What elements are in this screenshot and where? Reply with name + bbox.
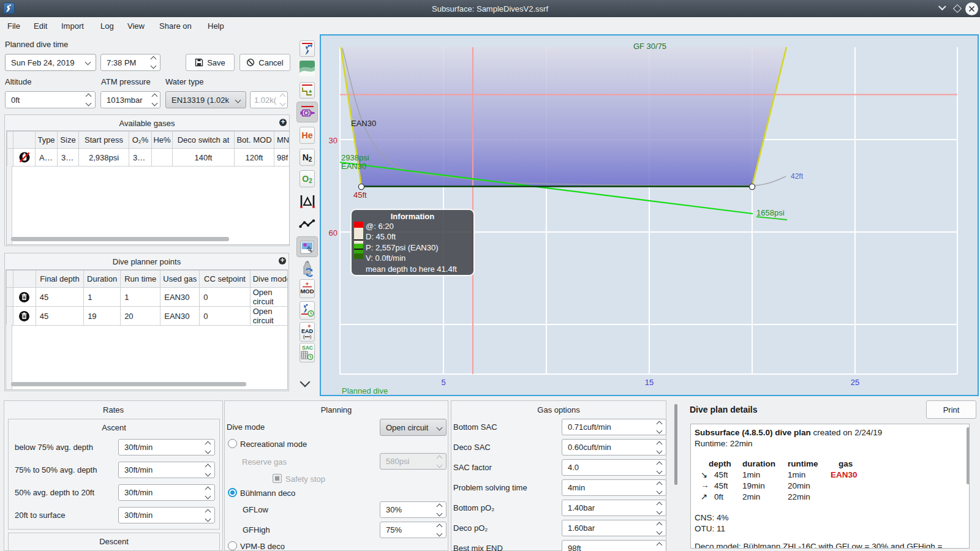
svg-text:60: 60 (329, 228, 337, 238)
svg-text:25: 25 (851, 378, 859, 387)
svg-text:Planned dive: Planned dive (342, 386, 388, 395)
svg-text:45ft: 45ft (353, 190, 367, 200)
svg-text:42ft: 42ft (791, 172, 804, 181)
svg-text:1658psi: 1658psi (756, 208, 785, 217)
svg-text:2938psi: 2938psi (341, 153, 369, 162)
svg-text:GF 30/75: GF 30/75 (633, 42, 666, 51)
svg-text:30: 30 (329, 136, 337, 145)
svg-text:EAN30: EAN30 (351, 119, 376, 128)
svg-text:5: 5 (441, 378, 445, 387)
svg-text:+: + (306, 281, 309, 287)
svg-text:(•••): (•••) (303, 334, 312, 339)
svg-text:EAN30: EAN30 (341, 162, 366, 171)
svg-text:SAC: SAC (302, 345, 313, 351)
svg-text:MOD: MOD (300, 288, 314, 294)
svg-text:15: 15 (645, 378, 654, 387)
